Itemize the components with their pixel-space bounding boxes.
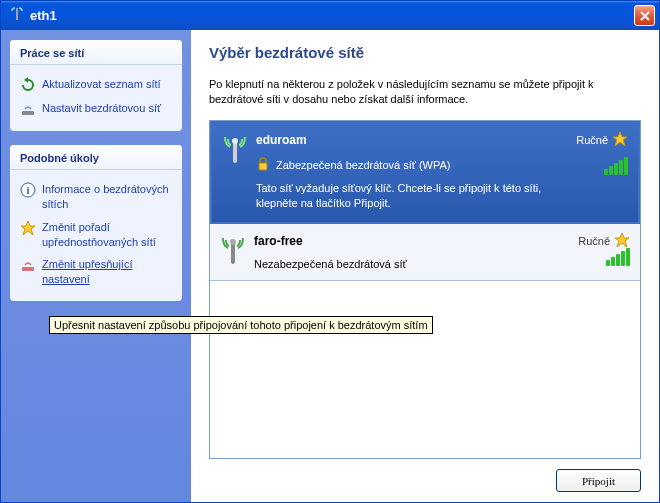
task-label: Informace o bezdrátových sítích <box>42 182 172 212</box>
task-wireless-info[interactable]: i Informace o bezdrátových sítích <box>16 178 176 216</box>
svg-rect-1 <box>22 111 34 115</box>
window-title: eth1 <box>30 8 57 23</box>
signal-strength-icon <box>606 248 630 266</box>
close-button[interactable] <box>634 5 655 26</box>
settings-icon <box>20 257 36 273</box>
network-item-eduroam[interactable]: eduroam Ručně Zabezpečená bezdrátová síť… <box>210 121 640 224</box>
star-icon <box>20 220 36 236</box>
task-refresh-list[interactable]: Aktualizovat seznam sítí <box>16 73 176 97</box>
svg-text:i: i <box>26 184 29 196</box>
favorite-star-icon <box>612 131 628 149</box>
instruction-text: Po klepnutí na některou z položek v násl… <box>209 77 641 108</box>
svg-rect-7 <box>259 163 267 170</box>
antenna-icon <box>220 131 250 169</box>
panel-network-tasks: Práce se sítí Aktualizovat seznam sítí N… <box>10 40 182 131</box>
task-change-order[interactable]: Změnit pořadí upřednostňovaných sítí <box>16 216 176 254</box>
task-label: Nastavit bezdrátovou síť <box>42 101 161 116</box>
titlebar[interactable]: eth1 <box>1 1 659 30</box>
tooltip: Upřesnit nastavení způsobu připojování t… <box>49 316 433 334</box>
network-security: Zabezpečená bezdrátová síť (WPA) <box>276 159 451 171</box>
task-advanced-settings[interactable]: Změnit upřesňující nastavení <box>16 253 176 291</box>
svg-rect-0 <box>16 8 18 20</box>
main-heading: Výběr bezdrátové sítě <box>209 44 641 61</box>
panel-related-tasks: Podobné úkoly i Informace o bezdrátových… <box>10 145 182 301</box>
close-icon <box>640 11 650 21</box>
window-body: Práce se sítí Aktualizovat seznam sítí N… <box>1 30 659 502</box>
network-name: faro-free <box>254 234 578 248</box>
network-description: Tato síť vyžaduje síťový klíč. Chcete-li… <box>256 181 628 212</box>
window: eth1 Práce se sítí Aktualizovat seznam s… <box>0 0 660 503</box>
svg-point-9 <box>230 239 236 245</box>
info-icon: i <box>20 182 36 198</box>
panel-header: Podobné úkoly <box>10 145 182 170</box>
main-content: Výběr bezdrátové sítě Po klepnutí na něk… <box>191 30 659 502</box>
wireless-icon <box>9 6 25 25</box>
task-label: Změnit upřesňující nastavení <box>42 257 172 287</box>
svg-point-6 <box>232 138 238 144</box>
panel-header: Práce se sítí <box>10 40 182 65</box>
network-security: Nezabezpečená bezdrátová síť <box>254 258 407 270</box>
network-item-faro-free[interactable]: faro-free Ručně Nezabezpečená bezdrátová… <box>210 224 640 281</box>
lock-icon <box>256 157 270 173</box>
network-mode: Ručně <box>578 235 610 247</box>
task-setup-wireless[interactable]: Nastavit bezdrátovou síť <box>16 97 176 121</box>
sidebar: Práce se sítí Aktualizovat seznam sítí N… <box>1 30 191 502</box>
connect-button[interactable]: Připojit <box>556 469 641 492</box>
signal-strength-icon <box>604 157 628 175</box>
svg-rect-4 <box>22 267 34 271</box>
network-name: eduroam <box>256 133 576 147</box>
task-label: Aktualizovat seznam sítí <box>42 77 161 92</box>
network-list: eduroam Ručně Zabezpečená bezdrátová síť… <box>209 120 641 459</box>
refresh-icon <box>20 77 36 93</box>
footer: Připojit <box>209 459 641 492</box>
setup-icon <box>20 101 36 117</box>
antenna-icon <box>218 232 248 270</box>
network-mode: Ručně <box>576 134 608 146</box>
task-label: Změnit pořadí upřednostňovaných sítí <box>42 220 172 250</box>
